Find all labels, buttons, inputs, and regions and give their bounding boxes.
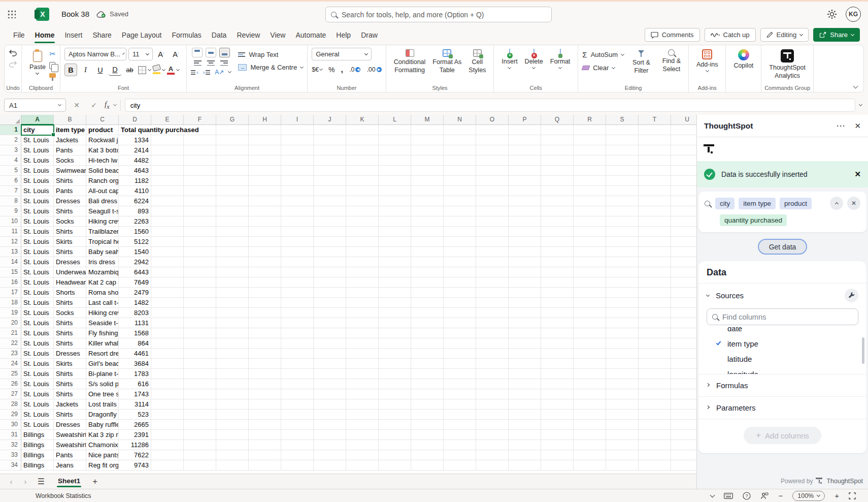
cell[interactable]	[476, 359, 509, 369]
cell[interactable]	[314, 186, 346, 196]
cell[interactable]	[346, 247, 379, 257]
cell[interactable]	[671, 247, 696, 257]
cell[interactable]	[476, 410, 509, 420]
cell[interactable]	[476, 430, 509, 440]
cell[interactable]	[509, 206, 541, 216]
cell[interactable]	[541, 308, 574, 318]
cell[interactable]	[444, 237, 476, 247]
align-top-button[interactable]	[192, 48, 203, 57]
cell[interactable]	[379, 338, 411, 349]
bold-button[interactable]: B	[64, 64, 77, 76]
row-header-4[interactable]: 4	[0, 155, 21, 166]
cell[interactable]	[574, 369, 606, 379]
cell[interactable]	[444, 420, 476, 430]
cell[interactable]	[541, 196, 574, 206]
cell[interactable]	[606, 430, 639, 440]
cell[interactable]	[216, 196, 249, 206]
cell[interactable]: Shirts	[54, 379, 86, 389]
cell[interactable]	[411, 450, 444, 460]
cell[interactable]	[314, 450, 346, 460]
cell[interactable]	[476, 349, 509, 359]
cell[interactable]	[379, 389, 411, 399]
cell[interactable]	[541, 216, 574, 227]
cell[interactable]	[509, 237, 541, 247]
cell[interactable]	[606, 135, 639, 145]
cell[interactable]	[606, 176, 639, 186]
row-header-32[interactable]: 32	[0, 440, 21, 450]
col-header-N[interactable]: N	[444, 115, 476, 125]
cell[interactable]	[249, 328, 281, 338]
cell[interactable]: St. Louis	[21, 166, 54, 176]
cell[interactable]	[411, 125, 444, 135]
font-color-button[interactable]: A	[167, 66, 175, 75]
cell[interactable]	[314, 410, 346, 420]
cell[interactable]: 616	[119, 379, 151, 389]
column-item-date[interactable]: date	[698, 327, 866, 336]
cell[interactable]	[216, 338, 249, 349]
cell[interactable]	[346, 308, 379, 318]
cell[interactable]	[476, 145, 509, 155]
cell[interactable]	[281, 125, 314, 135]
cell[interactable]	[606, 145, 639, 155]
cell[interactable]	[184, 216, 216, 227]
cell[interactable]	[476, 125, 509, 135]
cell[interactable]	[509, 359, 541, 369]
row-header-8[interactable]: 8	[0, 196, 21, 206]
cell[interactable]	[184, 450, 216, 460]
cell[interactable]	[444, 399, 476, 410]
menu-tab-draw[interactable]: Draw	[356, 27, 383, 43]
sources-settings-button[interactable]	[845, 289, 858, 302]
cell[interactable]	[379, 379, 411, 389]
row-header-27[interactable]: 27	[0, 389, 21, 399]
align-right-icon[interactable]	[220, 60, 228, 66]
cell[interactable]	[314, 277, 346, 288]
cell[interactable]	[444, 206, 476, 216]
cell[interactable]	[606, 420, 639, 430]
row-header-33[interactable]: 33	[0, 450, 21, 460]
cell[interactable]	[314, 399, 346, 410]
cell[interactable]	[606, 186, 639, 196]
cell[interactable]	[476, 257, 509, 267]
cell[interactable]	[671, 288, 696, 298]
cell[interactable]	[476, 196, 509, 206]
cell[interactable]	[541, 267, 574, 277]
cell[interactable]	[606, 379, 639, 389]
editing-mode-button[interactable]: Editing	[760, 28, 809, 42]
col-header-L[interactable]: L	[379, 115, 411, 125]
app-launcher-icon[interactable]	[7, 10, 16, 18]
cell[interactable]	[671, 216, 696, 227]
cell[interactable]	[606, 318, 639, 328]
cell[interactable]: Pants	[54, 145, 86, 155]
cell[interactable]	[314, 135, 346, 145]
cell[interactable]	[671, 196, 696, 206]
cell[interactable]	[639, 328, 671, 338]
cell[interactable]	[216, 410, 249, 420]
sources-row[interactable]: Sources	[698, 284, 866, 307]
menu-tab-home[interactable]: Home	[30, 27, 60, 43]
cell[interactable]: Headwear	[54, 277, 86, 288]
cell[interactable]	[411, 349, 444, 359]
cell[interactable]	[606, 206, 639, 216]
cell[interactable]	[249, 155, 281, 166]
settings-gear-icon[interactable]	[826, 9, 838, 20]
cell[interactable]	[411, 460, 444, 470]
cell[interactable]	[216, 369, 249, 379]
cell[interactable]	[379, 267, 411, 277]
cell[interactable]	[379, 216, 411, 227]
insert-cells-button[interactable]: + Insert	[498, 48, 521, 70]
cell[interactable]: Shirts	[54, 176, 86, 186]
column-item-item-type[interactable]: item type	[698, 336, 866, 351]
cell[interactable]	[281, 328, 314, 338]
cell[interactable]	[184, 135, 216, 145]
panel-more-icon[interactable]: ⋯	[836, 120, 845, 131]
cell[interactable]	[671, 379, 696, 389]
cell[interactable]	[314, 379, 346, 389]
cell[interactable]	[444, 125, 476, 135]
cell[interactable]	[541, 430, 574, 440]
cell[interactable]	[249, 450, 281, 460]
cell[interactable]	[476, 166, 509, 176]
cell[interactable]	[411, 257, 444, 267]
cell[interactable]: St. Louis	[21, 328, 54, 338]
cell[interactable]	[314, 196, 346, 206]
row-header-10[interactable]: 10	[0, 216, 21, 227]
